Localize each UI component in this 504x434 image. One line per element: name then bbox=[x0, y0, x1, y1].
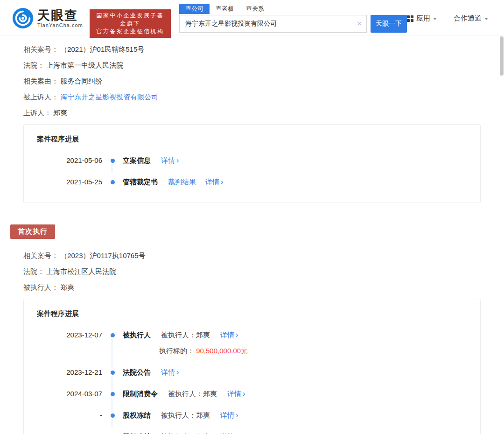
detail-link[interactable]: 详情› bbox=[161, 156, 179, 165]
nav-apps-label: 应用 bbox=[416, 14, 430, 23]
timeline: 2023-12-07 被执行人 被执行人：郑爽 详情› 执行标的： 90,500… bbox=[37, 330, 467, 434]
detail-link[interactable]: 详情› bbox=[161, 368, 179, 377]
field-court: 法院： 上海市第一中级人民法院 bbox=[23, 61, 504, 70]
case-appeal-fields: 相关案号： （2021）沪01民辖终515号 法院： 上海市第一中级人民法院 相… bbox=[23, 45, 504, 118]
logo-eye-icon bbox=[12, 7, 34, 29]
field-case-number: 相关案号： （2021）沪01民辖终515号 bbox=[23, 45, 504, 54]
main-content: 相关案号： （2021）沪01民辖终515号 法院： 上海市第一中级人民法院 相… bbox=[0, 35, 504, 434]
timeline-item: 2024-03-07 限制消费令 被执行人：郑爽 详情› bbox=[37, 389, 467, 399]
company-link[interactable]: 海宁东开之星影视投资有限公司 bbox=[60, 93, 158, 101]
timeline-date: - bbox=[37, 432, 102, 434]
chevron-right-icon: › bbox=[176, 368, 179, 377]
case-execution-progress-box: 案件程序进展 2023-12-07 被执行人 被执行人：郑爽 详情› 执行标的：… bbox=[23, 299, 481, 434]
header: 天眼查 TianYanCha.com 国家中小企业发展子基金旗下 官方备案企业征… bbox=[0, 0, 504, 35]
gov-badge-line1: 国家中小企业发展子基金旗下 bbox=[94, 12, 166, 28]
judgment-result-link[interactable]: 裁判结果 bbox=[168, 177, 196, 187]
chevron-right-icon: › bbox=[176, 156, 179, 165]
progress-title: 案件程序进展 bbox=[37, 135, 467, 144]
case-appeal-progress-box: 案件程序进展 2021-05-06 立案信息 详情› 2021-05-25 管辖… bbox=[23, 124, 481, 203]
header-nav: 应用 合作通道 bbox=[407, 14, 495, 23]
search-tabs: 查公司 查老板 查关系 bbox=[179, 4, 407, 14]
brand-name: 天眼查 bbox=[37, 8, 83, 22]
case-execution-fields: 相关案号： （2023）沪0117执10765号 法院： 上海市松江区人民法院 … bbox=[23, 251, 504, 292]
timeline-event: 管辖裁定书 bbox=[123, 177, 158, 187]
detail-link[interactable]: 详情› bbox=[220, 411, 238, 420]
tab-search-relation[interactable]: 查关系 bbox=[240, 4, 270, 14]
timeline-event: 股权冻结 bbox=[123, 432, 151, 434]
caret-down-icon bbox=[484, 18, 488, 20]
chevron-right-icon: › bbox=[236, 331, 238, 339]
tab-search-boss[interactable]: 查老板 bbox=[210, 4, 240, 14]
clear-icon[interactable]: × bbox=[357, 19, 362, 28]
search-box: × bbox=[179, 15, 367, 33]
timeline-item: 2021-05-25 管辖裁定书 裁判结果 详情› bbox=[37, 177, 467, 187]
field-appellant: 上诉人： 郑爽 bbox=[23, 108, 504, 118]
timeline-extra: 被执行人：郑爽 bbox=[161, 411, 210, 420]
timeline-event: 被执行人 bbox=[123, 330, 151, 340]
timeline-date: 2023-12-07 bbox=[37, 330, 102, 340]
nav-apps[interactable]: 应用 bbox=[407, 14, 437, 23]
timeline-item: - 股权冻结 被执行人：郑爽 详情› bbox=[37, 432, 467, 434]
chevron-right-icon: › bbox=[243, 390, 245, 398]
timeline-date: 2021-05-25 bbox=[37, 177, 102, 187]
tianyancha-logo[interactable]: 天眼查 TianYanCha.com bbox=[12, 7, 83, 29]
timeline-subject-amount: 执行标的： 90,500,000.00元 bbox=[37, 346, 467, 356]
timeline-date: - bbox=[37, 411, 102, 420]
gov-badge-line2: 官方备案企业征信机构 bbox=[94, 28, 166, 35]
brand-domain: TianYanCha.com bbox=[37, 22, 83, 28]
search-area: 查公司 查老板 查关系 × 天眼一下 bbox=[179, 4, 407, 33]
timeline-item: 2021-05-06 立案信息 详情› bbox=[37, 156, 467, 165]
timeline-dot bbox=[111, 392, 115, 396]
timeline-dot bbox=[111, 180, 115, 184]
timeline-item: 2023-12-21 法院公告 详情› bbox=[37, 368, 467, 377]
nav-cooperation-label: 合作通道 bbox=[454, 14, 482, 23]
detail-link[interactable]: 详情› bbox=[220, 330, 238, 340]
timeline-dot bbox=[111, 371, 115, 375]
timeline-extra: 被执行人：郑爽 bbox=[161, 330, 210, 340]
field-executee: 被执行人： 郑爽 bbox=[23, 283, 504, 292]
timeline-extra: 被执行人：郑爽 bbox=[168, 389, 217, 399]
apps-grid-icon bbox=[407, 15, 413, 22]
gov-certification-badge: 国家中小企业发展子基金旗下 官方备案企业征信机构 bbox=[90, 9, 171, 38]
section-tag-first-execution: 首次执行 bbox=[10, 224, 55, 239]
timeline-dot bbox=[111, 413, 115, 418]
search-button[interactable]: 天眼一下 bbox=[371, 15, 407, 33]
timeline-event: 立案信息 bbox=[123, 156, 151, 165]
caret-down-icon bbox=[433, 18, 437, 20]
page: 天眼查 TianYanCha.com 国家中小企业发展子基金旗下 官方备案企业征… bbox=[0, 0, 504, 434]
chevron-right-icon: › bbox=[221, 178, 223, 186]
tab-search-company[interactable]: 查公司 bbox=[179, 4, 210, 14]
chevron-right-icon: › bbox=[236, 411, 238, 420]
timeline-date: 2023-12-21 bbox=[37, 368, 102, 377]
timeline-event: 限制消费令 bbox=[123, 389, 158, 399]
scrollbar-thumb[interactable] bbox=[500, 36, 504, 76]
detail-link[interactable]: 详情› bbox=[220, 432, 238, 434]
timeline-date: 2021-05-06 bbox=[37, 156, 102, 165]
timeline: 2021-05-06 立案信息 详情› 2021-05-25 管辖裁定书 裁判结… bbox=[37, 156, 467, 187]
timeline-item: - 股权冻结 被执行人：郑爽 详情› bbox=[37, 411, 467, 420]
field-cause: 相关案由： 服务合同纠纷 bbox=[23, 77, 504, 86]
timeline-dot bbox=[111, 333, 115, 337]
progress-title: 案件程序进展 bbox=[37, 309, 467, 318]
field-case-number: 相关案号： （2023）沪0117执10765号 bbox=[23, 251, 504, 260]
timeline-extra: 被执行人：郑爽 bbox=[161, 432, 210, 434]
timeline-dot bbox=[111, 159, 115, 163]
timeline-date: 2024-03-07 bbox=[37, 389, 102, 399]
field-appellee: 被上诉人： 海宁东开之星影视投资有限公司 bbox=[23, 92, 504, 102]
timeline-event: 股权冻结 bbox=[123, 411, 151, 420]
timeline-event: 法院公告 bbox=[123, 368, 151, 377]
search-input[interactable] bbox=[180, 15, 366, 32]
execution-amount: 90,500,000.00元 bbox=[196, 347, 248, 355]
detail-link[interactable]: 详情› bbox=[205, 177, 223, 187]
field-court: 法院： 上海市松江区人民法院 bbox=[23, 267, 504, 276]
nav-cooperation[interactable]: 合作通道 bbox=[454, 14, 488, 23]
detail-link[interactable]: 详情› bbox=[227, 389, 245, 399]
timeline-item: 2023-12-07 被执行人 被执行人：郑爽 详情› bbox=[37, 330, 467, 340]
